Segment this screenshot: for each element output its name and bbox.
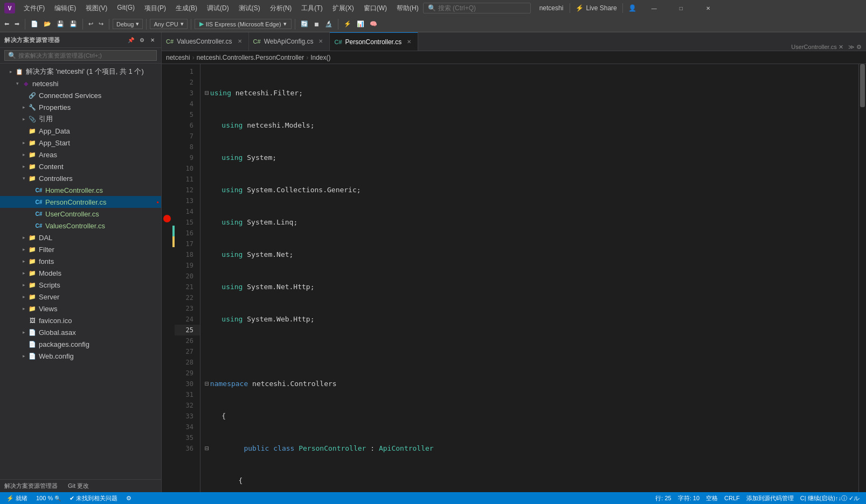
status-warnings[interactable]: ⚙ bbox=[124, 495, 134, 502]
toolbar-restart[interactable]: 🔄 bbox=[299, 19, 310, 29]
code-line-6: using System.Net; bbox=[205, 249, 854, 260]
breadcrumb-namespace[interactable]: netceshi.Controllers.PersonController bbox=[197, 54, 304, 61]
code-editor[interactable]: 1 2 3 4 5 6 7 8 9 10 11 12 13 14 15 16 1… bbox=[162, 64, 866, 492]
sidebar-props[interactable]: ⚙ bbox=[137, 36, 146, 44]
sidebar-item-scripts[interactable]: ▸ 📁 Scripts bbox=[0, 279, 161, 291]
sidebar-item-person-controller[interactable]: C# PersonController.cs ● bbox=[0, 196, 161, 208]
run-button[interactable]: ▶ IIS Express (Microsoft Edge) ▾ bbox=[195, 19, 292, 29]
scrollbar-thumb[interactable] bbox=[860, 64, 865, 107]
sidebar-item-controllers[interactable]: ▾ 📁 Controllers bbox=[0, 172, 161, 184]
menu-analyze[interactable]: 分析(N) bbox=[266, 3, 296, 14]
toolbar-profile[interactable]: 🔬 bbox=[323, 19, 335, 29]
tab-values-close[interactable]: ✕ bbox=[235, 37, 244, 46]
editor-scrollbar[interactable] bbox=[858, 64, 866, 492]
menu-build[interactable]: 生成(B) bbox=[171, 3, 202, 14]
sidebar-item-server[interactable]: ▸ 📁 Server bbox=[0, 291, 161, 303]
toolbar-open[interactable]: 📂 bbox=[41, 19, 53, 29]
toolbar-forward[interactable]: ➡ bbox=[12, 19, 22, 29]
toolbar-memory[interactable]: 🧠 bbox=[368, 19, 379, 29]
account-icon[interactable]: 👤 bbox=[625, 4, 640, 12]
editor-area: C# ValuesController.cs ✕ C# WebApiConfig… bbox=[162, 32, 866, 492]
status-zoom[interactable]: 100 % 🔍 bbox=[34, 495, 63, 501]
menu-tools[interactable]: 工具(T) bbox=[297, 3, 327, 14]
status-source-control[interactable]: 添加到源代码管理 bbox=[744, 494, 796, 502]
sidebar-search-wrap[interactable]: 🔍 bbox=[4, 50, 157, 61]
live-share-button[interactable]: ⚡ Live Share bbox=[570, 3, 622, 13]
sidebar-item-fonts[interactable]: ▸ 📁 fonts bbox=[0, 255, 161, 267]
sidebar-item-user-controller[interactable]: C# UserController.cs bbox=[0, 208, 161, 220]
sidebar-item-views[interactable]: ▸ 📁 Views bbox=[0, 303, 161, 314]
sidebar-item-favicon[interactable]: 🖼 favicon.ico bbox=[0, 314, 161, 326]
toolbar-undo[interactable]: ↩ bbox=[86, 19, 95, 29]
sidebar-footer-right[interactable]: Git 更改 bbox=[68, 482, 89, 489]
breadcrumb-member[interactable]: Index() bbox=[310, 54, 330, 61]
minimize-button[interactable]: — bbox=[642, 0, 667, 16]
breadcrumb-file[interactable]: netceshi bbox=[166, 54, 190, 61]
sidebar-item-values-controller[interactable]: C# ValuesController.cs bbox=[0, 220, 161, 232]
sidebar-item-packages[interactable]: 📄 packages.config bbox=[0, 338, 161, 350]
sidebar-item-app-start[interactable]: ▸ 📁 App_Start bbox=[0, 137, 161, 149]
sidebar-item-filter[interactable]: ▸ 📁 Filter bbox=[0, 243, 161, 255]
status-encoding[interactable]: CRLF bbox=[722, 495, 742, 501]
code-content[interactable]: ⊟using netceshi.Filter; using netceshi.M… bbox=[200, 64, 858, 492]
sidebar-item-areas[interactable]: ▸ 📁 Areas bbox=[0, 149, 161, 160]
status-line[interactable]: 行: 25 bbox=[653, 494, 673, 502]
sidebar-item-references[interactable]: ▸ 📎 引用 bbox=[0, 113, 161, 125]
tab-person-controller[interactable]: C# PersonController.cs ✕ bbox=[330, 32, 418, 51]
tab-values-controller[interactable]: C# ValuesController.cs ✕ bbox=[162, 32, 249, 51]
solution-root[interactable]: ▸ 📋 解决方案 'netceshi' (1 个项目, 共 1 个) bbox=[0, 66, 161, 78]
sidebar-item-content[interactable]: ▸ 📁 Content bbox=[0, 160, 161, 172]
source-control-label: 添加到源代码管理 bbox=[746, 494, 794, 502]
sidebar-pin[interactable]: 📌 bbox=[127, 36, 135, 44]
sidebar-item-properties[interactable]: ▸ 🔧 Properties bbox=[0, 101, 161, 113]
dal-icon: 📁 bbox=[28, 233, 37, 242]
maximize-button[interactable]: □ bbox=[669, 0, 694, 16]
menu-edit[interactable]: 编辑(E) bbox=[50, 3, 80, 14]
toolbar-back[interactable]: ⬅ bbox=[2, 19, 11, 29]
user-ctrl-chevron bbox=[26, 209, 34, 218]
sidebar-item-dal[interactable]: ▸ 📁 DAL bbox=[0, 232, 161, 243]
status-spaces[interactable]: 空格 bbox=[704, 494, 720, 502]
menu-file[interactable]: 文件(F) bbox=[19, 3, 49, 14]
sidebar-item-web-config[interactable]: ▸ 📄 Web.config bbox=[0, 350, 161, 362]
status-right-group: 行: 25 字符: 10 空格 CRLF 添加到源代码管理 C| 继续(启动)↑… bbox=[653, 494, 862, 502]
close-button[interactable]: ✕ bbox=[696, 0, 720, 16]
sidebar-item-app-data[interactable]: 📁 App_Data bbox=[0, 125, 161, 137]
status-branch[interactable]: C| 继续(启动)↑↓ⓘ ✓ル bbox=[798, 494, 862, 502]
debug-mode-dropdown[interactable]: Debug ▾ bbox=[113, 19, 143, 29]
sidebar-item-connected-services[interactable]: 🔗 Connected Services bbox=[0, 89, 161, 101]
tab-webapi-close[interactable]: ✕ bbox=[316, 37, 325, 46]
menu-window[interactable]: 窗口(W) bbox=[359, 3, 391, 14]
status-col[interactable]: 字符: 10 bbox=[676, 494, 702, 502]
menu-project[interactable]: 项目(P) bbox=[140, 3, 170, 14]
toolbar-redo[interactable]: ↪ bbox=[96, 19, 106, 29]
project-node[interactable]: ▾ ◆ netceshi bbox=[0, 78, 161, 89]
toolbar-save-all[interactable]: 💾 bbox=[54, 19, 66, 29]
sidebar-item-global[interactable]: ▸ 📄 Global.asax bbox=[0, 326, 161, 338]
menu-view[interactable]: 视图(V) bbox=[81, 3, 112, 14]
menu-help[interactable]: 帮助(H) bbox=[392, 3, 423, 14]
platform-dropdown[interactable]: Any CPU ▾ bbox=[150, 19, 187, 29]
sidebar-item-home-controller[interactable]: C# HomeController.cs bbox=[0, 184, 161, 196]
menu-debug[interactable]: 调试(D) bbox=[203, 3, 233, 14]
status-ready[interactable]: ⚡ 就绪 bbox=[4, 494, 30, 502]
fonts-chevron: ▸ bbox=[19, 257, 28, 265]
toolbar-stop[interactable]: ⏹ bbox=[311, 20, 322, 29]
sidebar-footer-left[interactable]: 解决方案资源管理器 bbox=[4, 482, 58, 489]
menu-extensions[interactable]: 扩展(X) bbox=[328, 3, 358, 14]
title-search-input[interactable] bbox=[438, 4, 514, 12]
toolbar-diagnostics[interactable]: 📊 bbox=[355, 19, 366, 29]
sidebar-item-models[interactable]: ▸ 📁 Models bbox=[0, 267, 161, 279]
toolbar-perf[interactable]: ⚡ bbox=[342, 19, 354, 29]
status-issues[interactable]: ✔ 未找到相关问题 bbox=[67, 494, 120, 502]
tab-webapi-config[interactable]: C# WebApiConfig.cs ✕ bbox=[249, 32, 330, 51]
toolbar-new[interactable]: 📄 bbox=[29, 19, 40, 29]
toolbar-save[interactable]: 💾 bbox=[67, 19, 79, 29]
sidebar-search-input[interactable] bbox=[18, 52, 153, 59]
sidebar-close[interactable]: ✕ bbox=[148, 36, 157, 44]
tab-person-close[interactable]: ✕ bbox=[405, 38, 413, 46]
menu-test[interactable]: 测试(S) bbox=[234, 3, 265, 14]
menu-git[interactable]: Git(G) bbox=[113, 3, 139, 14]
code-line-12: ⊟ public class PersonController : ApiCon… bbox=[205, 443, 854, 454]
title-search-box[interactable]: 🔍 bbox=[423, 3, 531, 13]
